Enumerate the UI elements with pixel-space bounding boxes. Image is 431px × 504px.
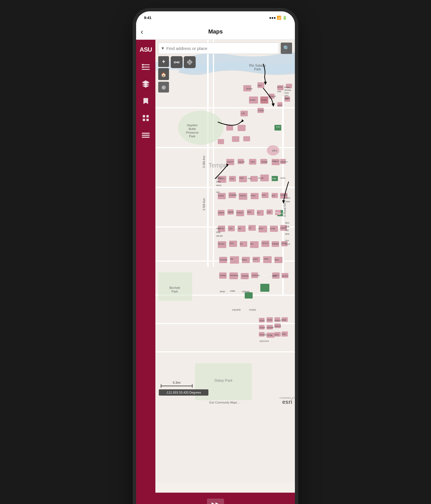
svg-text:Bobby: Bobby [284,86,290,89]
svg-text:LSE: LSE [267,211,271,213]
svg-text:FAC: FAC [216,228,220,230]
phone-frame: 9:41 ●●● 📶 🔋 ‹ Maps ASU [136,11,295,504]
svg-text:PS7: PS7 [276,126,281,128]
svg-text:Park: Park [189,135,196,138]
location-button[interactable] [184,56,196,68]
svg-text:RBHL: RBHL [242,259,247,261]
svg-text:esri: esri [282,399,292,405]
directions-icon: A B [174,59,180,65]
svg-text:SAF: SAF [257,84,262,87]
svg-text:128H: 128H [284,98,289,100]
svg-text:NVS1: NVS1 [280,177,286,179]
svg-rect-8 [143,119,145,121]
svg-text:TCA: TCA [229,228,233,230]
sidebar-logo: ASU [136,43,155,57]
svg-text:Esri Community Maps ...: Esri Community Maps ... [210,401,240,404]
svg-text:VDSH: VDSH [259,327,265,329]
svg-text:Preserve: Preserve [186,131,198,134]
svg-point-2 [142,64,144,66]
layers-icon [142,80,150,88]
time: 9:41 [144,16,151,20]
svg-rect-48 [218,139,224,144]
svg-text:CRTVC: CRTVC [262,242,269,244]
svg-text:ECF: ECF [272,195,276,197]
svg-text:GPC: GPC [284,95,289,97]
svg-text:GLV: GLV [285,240,289,242]
search-input[interactable] [166,46,276,51]
svg-point-4 [142,66,144,68]
svg-text:HSB: HSB [239,177,244,179]
svg-text:L20: L20 [241,112,245,115]
svg-text:ARWH: ARWH [218,212,224,214]
hamburger-icon [142,131,150,139]
svg-text:STAD: STAD [250,99,255,101]
svg-text:Tempe: Tempe [208,162,227,169]
sidebar-item-bookmark[interactable] [136,93,155,110]
svg-text:SHESC: SHESC [239,195,246,197]
svg-text:VDSB: VDSB [267,334,272,336]
svg-text:B: B [178,62,179,63]
svg-text:ECG: ECG [262,194,266,196]
search-icon: 🔍 [283,45,290,51]
sidebar-item-grid[interactable] [136,110,155,127]
svg-rect-11 [142,135,150,136]
svg-rect-42 [260,284,269,292]
svg-text:USB: USB [282,333,286,335]
svg-text:CERHAL: CERHAL [242,291,250,293]
status-icons: ●●● 📶 🔋 [269,16,287,20]
svg-text:Rio Salado: Rio Salado [249,64,266,68]
sidebar-item-hamburger[interactable] [136,127,155,144]
svg-text:S Mill Ave: S Mill Ave [202,198,206,211]
svg-text:VDSCB: VDSCB [259,334,266,336]
svg-text:BTPS: BTPS [277,86,283,88]
svg-text:PSYN: PSYN [278,213,283,215]
svg-text:CSAC: CSAC [258,109,264,112]
back-button[interactable]: ‹ [141,27,143,36]
svg-text:STAUF: STAUF [236,212,243,214]
svg-rect-6 [143,115,145,117]
svg-text:UNIVT: UNIVT [227,161,234,163]
home-button[interactable]: 🏠 [158,69,169,80]
forward-button[interactable]: ▶▶ [207,499,224,504]
directions-button[interactable]: A B [171,56,183,68]
svg-text:0.3mi: 0.3mi [173,381,181,384]
svg-rect-9 [146,119,149,121]
svg-text:EDB: EDB [216,231,221,233]
svg-text:ASUPD: ASUPD [232,308,241,311]
svg-text:MU: MU [250,243,253,245]
svg-text:SCD: SCD [274,334,279,336]
svg-text:PWH: PWH [251,195,255,197]
map-area[interactable]: DFA S Mill Ave S Mill Ave S Rural Rd Rio… [155,40,295,493]
svg-rect-45 [238,125,246,131]
sidebar-item-layers[interactable] [136,75,155,93]
svg-text:MCL: MCL [247,211,252,213]
svg-text:Hayden: Hayden [187,123,198,127]
svg-text:PS1: PS1 [263,274,267,276]
svg-text:EDC: EDC [230,242,234,244]
svg-text:WGHL: WGHL [218,195,224,197]
svg-text:BA: BA [231,258,233,260]
zoom-in-button[interactable]: + [158,56,169,67]
svg-text:Park: Park [254,67,261,71]
svg-text:ACACI: ACACI [282,275,288,277]
svg-text:UTN: UTN [230,178,234,180]
svg-text:PS8: PS8 [272,178,276,180]
svg-text:BDH: BDH [275,259,279,261]
gps-button[interactable]: ◎ [158,82,169,93]
svg-text:Park: Park [172,290,178,293]
svg-text:-111.933 33.420 Degrees: -111.933 33.420 Degrees [166,391,201,394]
svg-text:MUSIC: MUSIC [218,243,225,245]
svg-point-246 [189,61,191,63]
svg-text:WG: WG [216,191,220,193]
page-title: Maps [208,28,223,35]
sidebar-item-menu[interactable] [136,58,155,75]
search-button[interactable]: 🔍 [281,43,292,54]
svg-text:NCP: NCP [251,161,255,163]
svg-text:VVDS: VVDS [249,308,256,311]
svg-text:CLUB: CLUB [258,177,263,179]
svg-text:PBS: PBS [277,91,281,93]
svg-text:BYOH: BYOH [216,177,222,179]
svg-text:MSB: MSB [282,319,286,321]
search-dropdown-button[interactable]: ▼ [161,46,165,51]
svg-text:VDSTCPS: VDSTCPS [259,340,269,342]
